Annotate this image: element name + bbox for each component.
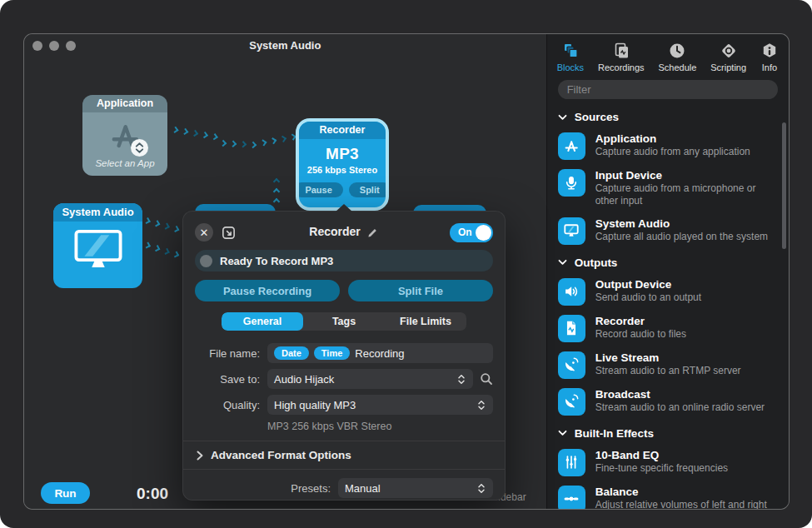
- list-item-10-band-eq[interactable]: 10-Band EQ Fine-tune specific frequencie…: [558, 449, 775, 476]
- sidebar-tab-info[interactable]: Info: [760, 42, 779, 72]
- balance-slider-icon: [562, 490, 580, 508]
- time-token[interactable]: Time: [314, 346, 350, 360]
- window-title: System Audio: [24, 39, 546, 52]
- save-to-select[interactable]: Audio Hijack: [267, 369, 473, 389]
- list-item-broadcast[interactable]: Broadcast Stream audio to an online radi…: [558, 388, 775, 416]
- signal-flow-trail: [172, 127, 217, 139]
- signal-flow-trail: [221, 141, 256, 147]
- record-status-text: Ready To Record MP3: [220, 255, 333, 267]
- tab-tags[interactable]: Tags: [303, 312, 385, 331]
- filter-input[interactable]: [558, 80, 778, 99]
- recorder-status-bar: Ready To Record MP3: [195, 250, 493, 271]
- toggle-label: On: [458, 227, 472, 238]
- quality-label: Quality:: [195, 399, 260, 411]
- speaker-icon: [562, 282, 580, 301]
- recordings-icon: [612, 42, 630, 60]
- save-to-label: Save to:: [195, 373, 260, 386]
- sidebar-tab-scripting[interactable]: Scripting: [710, 42, 746, 72]
- chevron-right-icon: [197, 451, 203, 461]
- stepper-chevrons-icon: [476, 399, 486, 411]
- sidebar-tab-schedule[interactable]: Schedule: [659, 42, 697, 72]
- file-name-value: Recording: [355, 347, 404, 360]
- list-item-system-audio[interactable]: System Audio Capture all audio played on…: [558, 217, 775, 245]
- sidebar-scrollbar[interactable]: [782, 122, 786, 249]
- app-picker-stepper[interactable]: [131, 139, 148, 157]
- chevron-down-icon: [558, 259, 567, 266]
- popout-icon: [221, 225, 237, 241]
- stepper-chevrons-icon: [476, 482, 486, 495]
- application-block-subtitle: Select an App: [82, 158, 167, 168]
- stepper-chevrons-icon: [456, 373, 466, 386]
- file-name-field[interactable]: Date Time Recording: [267, 343, 493, 363]
- satellite-icon: [562, 356, 580, 374]
- library-sidebar: Blocks Recordings Schedule: [546, 34, 789, 509]
- list-item-output-device[interactable]: Output Device Send audio to an output: [558, 278, 775, 306]
- popout-button[interactable]: [221, 225, 237, 241]
- application-block-title: Application: [82, 95, 167, 112]
- sidebar-tab-blocks[interactable]: Blocks: [557, 42, 584, 72]
- magnifier-icon: [480, 372, 493, 386]
- list-item-balance[interactable]: Balance Adjust relative volumes of left …: [558, 486, 775, 510]
- on-off-toggle[interactable]: On: [450, 223, 493, 242]
- section-built-in-effects[interactable]: Built-In Effects: [558, 427, 775, 440]
- quality-select[interactable]: High quality MP3: [267, 395, 493, 415]
- session-timer: 0:00: [137, 485, 168, 503]
- reveal-folder-button[interactable]: [480, 372, 493, 386]
- list-item-input-device[interactable]: Input Device Capture audio from a microp…: [558, 169, 775, 208]
- record-status-dot: [200, 255, 212, 267]
- split-mini-button[interactable]: Split: [349, 182, 389, 197]
- run-button[interactable]: Run: [41, 482, 90, 504]
- file-waveform-icon: [562, 319, 580, 337]
- section-outputs[interactable]: Outputs: [558, 257, 775, 269]
- chevron-down-icon: [558, 114, 567, 121]
- recorder-format: MP3: [299, 145, 386, 163]
- recorder-block-title: Recorder: [299, 122, 386, 139]
- recorder-block[interactable]: Recorder MP3 256 kbps Stereo Pause Split: [296, 118, 389, 211]
- application-block[interactable]: Application Select an App: [82, 95, 167, 176]
- audio-hijack-window: System Audio Application: [23, 33, 790, 510]
- file-name-label: File name:: [195, 347, 260, 360]
- info-icon: [760, 42, 779, 60]
- signal-flow-trail: [274, 179, 279, 204]
- pause-recording-button[interactable]: Pause Recording: [195, 280, 340, 301]
- popover-title: Recorder: [309, 225, 360, 238]
- close-popover-button[interactable]: ✕: [195, 223, 213, 242]
- chevron-down-icon: [558, 430, 567, 436]
- schedule-icon: [668, 42, 686, 60]
- pencil-icon: [366, 225, 379, 237]
- quality-value: High quality MP3: [274, 399, 471, 411]
- save-to-value: Audio Hijack: [274, 373, 451, 386]
- system-audio-block[interactable]: System Audio: [53, 203, 142, 288]
- pause-mini-button[interactable]: Pause: [296, 182, 343, 197]
- split-file-button[interactable]: Split File: [348, 280, 493, 301]
- tab-general[interactable]: General: [222, 312, 303, 331]
- monitor-icon: [562, 222, 580, 240]
- signal-flow-trail: [144, 242, 179, 258]
- list-item-recorder[interactable]: Recorder Record audio to files: [558, 315, 775, 342]
- blocks-icon: [561, 42, 580, 60]
- microphone-icon: [562, 174, 580, 192]
- section-sources[interactable]: Sources: [558, 111, 775, 123]
- application-icon: [562, 137, 580, 156]
- list-item-live-stream[interactable]: Live Stream Stream audio to an RTMP serv…: [558, 351, 775, 379]
- scripting-icon: [720, 42, 738, 60]
- title-bar: System Audio: [24, 34, 546, 57]
- recorder-detail: 256 kbps Stereo: [299, 165, 386, 175]
- sidebar-tab-recordings[interactable]: Recordings: [598, 42, 645, 72]
- presets-value: Manual: [345, 482, 471, 495]
- advanced-format-options-disclosure[interactable]: Advanced Format Options: [183, 441, 505, 470]
- tab-file-limits[interactable]: File Limits: [385, 312, 466, 331]
- settings-tabs: General Tags File Limits: [222, 312, 466, 331]
- date-token[interactable]: Date: [274, 346, 309, 360]
- block-library-list: Sources Application Capture audio from a…: [547, 111, 789, 510]
- session-canvas[interactable]: System Audio Application: [24, 34, 546, 509]
- equalizer-icon: [562, 453, 580, 471]
- popover-arrow: [336, 204, 352, 212]
- presets-select[interactable]: Manual: [338, 478, 493, 498]
- list-item-application[interactable]: Application Capture audio from any appli…: [558, 132, 775, 160]
- quality-caption: MP3 256 kbps VBR Stereo: [267, 421, 493, 432]
- desktop-background: System Audio Application: [0, 0, 812, 528]
- rename-button[interactable]: [366, 225, 379, 241]
- monitor-icon: [72, 228, 124, 271]
- system-audio-block-title: System Audio: [53, 203, 142, 222]
